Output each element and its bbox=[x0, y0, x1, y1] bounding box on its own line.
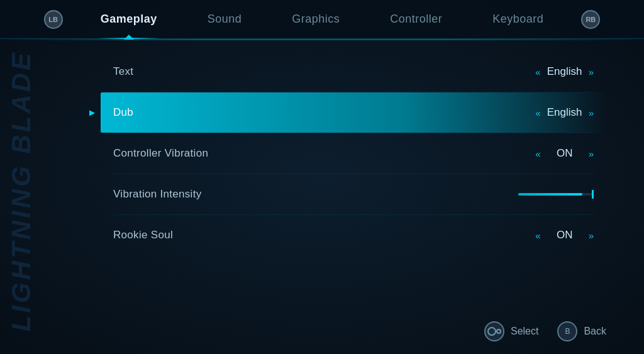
lb-button[interactable]: LB bbox=[44, 10, 63, 29]
arrow-left-dub[interactable] bbox=[535, 108, 540, 118]
setting-value-rookie-soul[interactable]: ON bbox=[535, 229, 594, 241]
setting-label-intensity: Vibration Intensity bbox=[113, 188, 202, 201]
setting-value-intensity[interactable] bbox=[518, 193, 594, 196]
setting-row-vibration[interactable]: Controller Vibration ON bbox=[101, 133, 606, 174]
setting-row-text[interactable]: Text English bbox=[101, 52, 606, 92]
arrow-right-rookie-soul[interactable] bbox=[589, 230, 594, 241]
value-vibration: ON bbox=[546, 147, 584, 160]
tab-sound[interactable]: Sound bbox=[182, 0, 267, 39]
slider-fill bbox=[518, 193, 582, 196]
arrow-left-vibration[interactable] bbox=[535, 148, 540, 159]
back-action[interactable]: B Back bbox=[557, 321, 606, 341]
value-rookie-soul: ON bbox=[546, 229, 584, 241]
tab-controller[interactable]: Controller bbox=[365, 0, 467, 39]
select-circle-icon bbox=[484, 321, 504, 341]
select-action[interactable]: Select bbox=[484, 321, 538, 341]
arrow-left-rookie-soul[interactable] bbox=[535, 230, 540, 241]
select-label: Select bbox=[511, 326, 538, 337]
value-dub: English bbox=[546, 106, 584, 119]
setting-label-vibration: Controller Vibration bbox=[113, 147, 208, 160]
tab-gameplay[interactable]: Gameplay bbox=[75, 0, 182, 39]
arrow-right-dub[interactable] bbox=[589, 108, 594, 118]
setting-label-text: Text bbox=[113, 65, 133, 78]
slider-thumb bbox=[592, 190, 594, 199]
setting-label-dub: Dub bbox=[113, 106, 133, 119]
setting-row-dub[interactable]: Dub English bbox=[101, 92, 606, 133]
value-text: English bbox=[546, 65, 584, 78]
select-inner-circle bbox=[496, 329, 501, 334]
setting-row-intensity[interactable]: Vibration Intensity bbox=[101, 174, 606, 214]
setting-value-text[interactable]: English bbox=[535, 65, 594, 78]
tab-graphics[interactable]: Graphics bbox=[267, 0, 365, 39]
setting-value-vibration[interactable]: ON bbox=[535, 147, 594, 160]
setting-label-rookie-soul: Rookie Soul bbox=[113, 229, 173, 241]
settings-panel: Text English Dub English Controller Vibr… bbox=[0, 39, 644, 268]
setting-row-rookie-soul[interactable]: Rookie Soul ON bbox=[101, 215, 606, 255]
top-navigation: LB Gameplay Sound Graphics Controller Ke… bbox=[0, 0, 644, 39]
b-button-icon: B bbox=[557, 321, 577, 341]
intensity-slider[interactable] bbox=[518, 193, 594, 196]
tab-keyboard[interactable]: Keyboard bbox=[467, 0, 569, 39]
arrow-left-text[interactable] bbox=[535, 67, 540, 77]
setting-value-dub[interactable]: English bbox=[535, 106, 594, 119]
arrow-right-text[interactable] bbox=[589, 67, 594, 77]
bottom-actions: Select B Back bbox=[484, 321, 606, 341]
rb-button[interactable]: RB bbox=[581, 10, 600, 29]
back-label: Back bbox=[584, 326, 606, 337]
arrow-right-vibration[interactable] bbox=[589, 148, 594, 159]
